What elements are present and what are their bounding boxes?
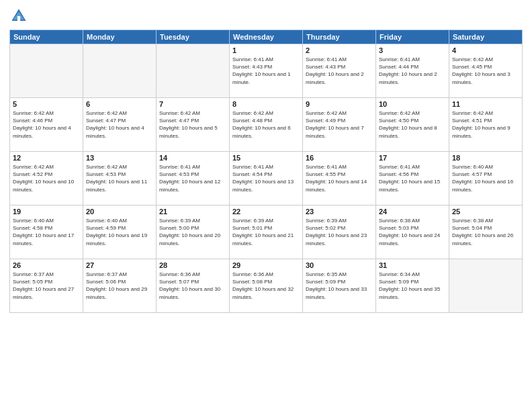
- sunset-label: Sunset: 4:47 PM: [159, 118, 199, 124]
- daylight-label: Daylight: 10 hours and 12 minutes.: [159, 179, 220, 192]
- sunset-label: Sunset: 4:59 PM: [86, 225, 126, 231]
- daylight-label: Daylight: 10 hours and 5 minutes.: [159, 125, 218, 138]
- day-info: Sunrise: 6:40 AMSunset: 4:59 PMDaylight:…: [86, 217, 153, 247]
- day-number: 19: [13, 208, 80, 216]
- calendar-cell: 18Sunrise: 6:40 AMSunset: 4:57 PMDayligh…: [449, 152, 523, 205]
- daylight-label: Daylight: 10 hours and 30 minutes.: [159, 286, 220, 300]
- sunset-label: Sunset: 4:53 PM: [86, 171, 126, 177]
- day-number: 15: [232, 154, 300, 162]
- sunset-label: Sunset: 4:52 PM: [13, 171, 52, 177]
- daylight-label: Daylight: 10 hours and 2 minutes.: [379, 71, 437, 85]
- calendar-cell: 17Sunrise: 6:41 AMSunset: 4:56 PMDayligh…: [376, 152, 449, 205]
- week-row-5: 26Sunrise: 6:37 AMSunset: 5:05 PMDayligh…: [10, 259, 523, 313]
- daylight-label: Daylight: 10 hours and 10 minutes.: [13, 179, 74, 192]
- sunrise-label: Sunrise: 6:41 AM: [306, 164, 347, 170]
- day-number: 13: [86, 154, 153, 162]
- calendar-cell: 6Sunrise: 6:42 AMSunset: 4:47 PMDaylight…: [83, 98, 157, 152]
- weekday-header-tuesday: Tuesday: [157, 30, 230, 44]
- day-number: 7: [159, 100, 226, 108]
- calendar-cell: 4Sunrise: 6:42 AMSunset: 4:45 PMDaylight…: [449, 44, 523, 98]
- day-info: Sunrise: 6:40 AMSunset: 4:58 PMDaylight:…: [13, 217, 80, 247]
- day-info: Sunrise: 6:41 AMSunset: 4:54 PMDaylight:…: [232, 163, 300, 193]
- daylight-label: Daylight: 10 hours and 21 minutes.: [232, 232, 294, 246]
- sunrise-label: Sunrise: 6:40 AM: [452, 164, 493, 170]
- day-number: 2: [306, 46, 373, 54]
- day-info: Sunrise: 6:41 AMSunset: 4:56 PMDaylight:…: [379, 163, 446, 193]
- header: [9, 7, 523, 26]
- day-info: Sunrise: 6:39 AMSunset: 5:00 PMDaylight:…: [159, 217, 226, 247]
- day-number: 8: [232, 100, 300, 108]
- day-info: Sunrise: 6:41 AMSunset: 4:43 PMDaylight:…: [232, 56, 300, 86]
- day-number: 16: [306, 154, 373, 162]
- daylight-label: Daylight: 10 hours and 32 minutes.: [232, 286, 294, 300]
- weekday-header-thursday: Thursday: [303, 30, 376, 44]
- day-number: 9: [306, 100, 373, 108]
- day-info: Sunrise: 6:42 AMSunset: 4:51 PMDaylight:…: [452, 109, 519, 140]
- weekday-header-monday: Monday: [83, 30, 157, 44]
- day-info: Sunrise: 6:42 AMSunset: 4:50 PMDaylight:…: [379, 109, 446, 140]
- calendar-cell: 16Sunrise: 6:41 AMSunset: 4:55 PMDayligh…: [303, 152, 376, 205]
- sunset-label: Sunset: 4:46 PM: [13, 118, 52, 124]
- day-number: 25: [452, 208, 519, 216]
- day-info: Sunrise: 6:39 AMSunset: 5:01 PMDaylight:…: [232, 217, 300, 247]
- sunset-label: Sunset: 5:01 PM: [232, 225, 272, 231]
- calendar-cell: 8Sunrise: 6:42 AMSunset: 4:48 PMDaylight…: [230, 98, 303, 152]
- logo: [9, 7, 31, 26]
- daylight-label: Daylight: 10 hours and 2 minutes.: [306, 71, 364, 85]
- day-number: 18: [452, 154, 519, 162]
- sunrise-label: Sunrise: 6:42 AM: [13, 110, 54, 116]
- calendar-cell: 31Sunrise: 6:34 AMSunset: 5:09 PMDayligh…: [376, 259, 449, 313]
- daylight-label: Daylight: 10 hours and 33 minutes.: [306, 286, 367, 300]
- day-info: Sunrise: 6:41 AMSunset: 4:55 PMDaylight:…: [306, 163, 373, 193]
- sunset-label: Sunset: 4:56 PM: [379, 171, 418, 177]
- weekday-header-row: SundayMondayTuesdayWednesdayThursdayFrid…: [10, 30, 523, 44]
- sunset-label: Sunset: 4:44 PM: [379, 64, 418, 70]
- daylight-label: Daylight: 10 hours and 6 minutes.: [232, 125, 291, 138]
- calendar-cell: 23Sunrise: 6:39 AMSunset: 5:02 PMDayligh…: [303, 205, 376, 259]
- svg-rect-2: [17, 16, 20, 21]
- calendar-cell: 12Sunrise: 6:42 AMSunset: 4:52 PMDayligh…: [10, 152, 83, 205]
- page: SundayMondayTuesdayWednesdayThursdayFrid…: [0, 0, 532, 411]
- sunrise-label: Sunrise: 6:41 AM: [232, 164, 273, 170]
- sunset-label: Sunset: 4:50 PM: [379, 118, 418, 124]
- calendar-cell: 1Sunrise: 6:41 AMSunset: 4:43 PMDaylight…: [230, 44, 303, 98]
- calendar-cell: 11Sunrise: 6:42 AMSunset: 4:51 PMDayligh…: [449, 98, 523, 152]
- daylight-label: Daylight: 10 hours and 35 minutes.: [379, 286, 440, 300]
- day-number: 4: [452, 46, 519, 54]
- sunrise-label: Sunrise: 6:34 AM: [379, 271, 420, 277]
- sunset-label: Sunset: 5:00 PM: [159, 225, 199, 231]
- daylight-label: Daylight: 10 hours and 29 minutes.: [86, 286, 147, 300]
- day-number: 27: [86, 261, 153, 269]
- sunrise-label: Sunrise: 6:42 AM: [306, 110, 347, 116]
- sunrise-label: Sunrise: 6:40 AM: [13, 218, 54, 224]
- day-info: Sunrise: 6:42 AMSunset: 4:47 PMDaylight:…: [86, 109, 153, 140]
- day-number: 20: [86, 208, 153, 216]
- sunset-label: Sunset: 4:57 PM: [452, 171, 492, 177]
- calendar-cell: 19Sunrise: 6:40 AMSunset: 4:58 PMDayligh…: [10, 205, 83, 259]
- day-info: Sunrise: 6:38 AMSunset: 5:03 PMDaylight:…: [379, 217, 446, 247]
- sunrise-label: Sunrise: 6:38 AM: [452, 218, 493, 224]
- sunrise-label: Sunrise: 6:42 AM: [232, 110, 273, 116]
- sunset-label: Sunset: 5:08 PM: [232, 279, 272, 285]
- sunrise-label: Sunrise: 6:42 AM: [452, 110, 493, 116]
- sunrise-label: Sunrise: 6:41 AM: [379, 56, 420, 62]
- sunrise-label: Sunrise: 6:41 AM: [232, 56, 273, 62]
- sunset-label: Sunset: 5:07 PM: [159, 279, 199, 285]
- sunrise-label: Sunrise: 6:42 AM: [86, 164, 127, 170]
- weekday-header-sunday: Sunday: [10, 30, 83, 44]
- sunrise-label: Sunrise: 6:37 AM: [13, 271, 54, 277]
- week-row-4: 19Sunrise: 6:40 AMSunset: 4:58 PMDayligh…: [10, 205, 523, 259]
- sunrise-label: Sunrise: 6:38 AM: [379, 218, 420, 224]
- daylight-label: Daylight: 10 hours and 9 minutes.: [452, 125, 511, 138]
- sunset-label: Sunset: 5:04 PM: [452, 225, 492, 231]
- calendar-cell: 21Sunrise: 6:39 AMSunset: 5:00 PMDayligh…: [157, 205, 230, 259]
- calendar-cell: 26Sunrise: 6:37 AMSunset: 5:05 PMDayligh…: [10, 259, 83, 313]
- sunset-label: Sunset: 4:55 PM: [306, 171, 345, 177]
- day-number: 28: [159, 261, 226, 269]
- day-number: 30: [306, 261, 373, 269]
- calendar-cell: 2Sunrise: 6:41 AMSunset: 4:43 PMDaylight…: [303, 44, 376, 98]
- daylight-label: Daylight: 10 hours and 1 minute.: [232, 71, 291, 85]
- day-info: Sunrise: 6:42 AMSunset: 4:46 PMDaylight:…: [13, 109, 80, 140]
- daylight-label: Daylight: 10 hours and 14 minutes.: [306, 179, 367, 192]
- day-info: Sunrise: 6:42 AMSunset: 4:53 PMDaylight:…: [86, 163, 153, 193]
